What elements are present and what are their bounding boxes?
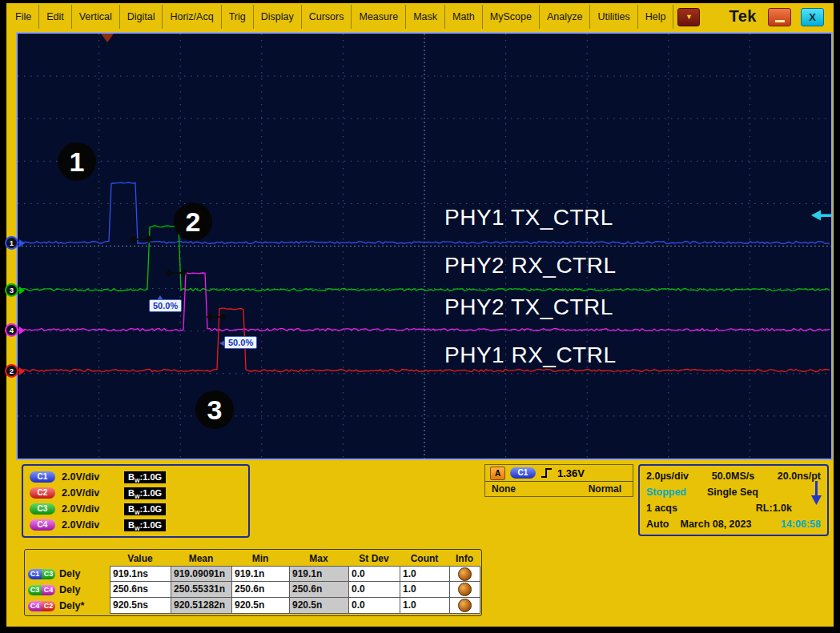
menubar: File Edit Vertical Digital Horiz/Acq Tri… xyxy=(8,5,832,29)
menu-item-help[interactable]: Help xyxy=(638,5,674,29)
vdiv-label-c4: 2.0V/div xyxy=(62,519,111,531)
chevron-down-icon: ▼ xyxy=(685,13,693,21)
meas-count-cell: 1.0 xyxy=(400,582,450,598)
table-row: C4 C2 Dely* 920.5ns 920.51282n 920.5n 92… xyxy=(26,598,481,614)
step-marker-2: 2 xyxy=(174,202,212,241)
menu-item-display[interactable]: Display xyxy=(254,5,302,29)
meas-info-cell xyxy=(450,566,480,582)
menu-overflow-button[interactable]: ▼ xyxy=(677,8,700,26)
trigger-a-badge: A xyxy=(490,467,505,480)
acquisition-panel[interactable]: 2.0µs/div 50.0MS/s 20.0ns/pt Stopped Sin… xyxy=(638,464,829,536)
channel-row-c4[interactable]: C4 2.0V/div BW:1.0G xyxy=(30,517,242,533)
auto-label: Auto xyxy=(646,519,669,530)
channel-arrow-icon xyxy=(19,327,25,335)
menu-item-trig[interactable]: Trig xyxy=(222,5,254,29)
meas-source-badge-c3[interactable]: C3 xyxy=(28,585,42,595)
cursor-callout-1-label: 50.0% xyxy=(153,301,178,310)
trigger-level-tail xyxy=(820,214,831,218)
channel-arrow-icon xyxy=(19,239,25,247)
channel-marker-ch2[interactable]: 2 xyxy=(5,364,25,378)
meas-mean-cell: 250.55331n xyxy=(171,582,232,598)
timebase-label: 2.0µs/div xyxy=(646,471,689,482)
meas-header-max: Max xyxy=(289,553,348,564)
meas-mean-cell: 920.51282n xyxy=(171,598,232,614)
close-button[interactable]: X xyxy=(801,8,824,26)
channel-arrow-icon xyxy=(19,367,25,375)
channel-marker-ch4[interactable]: 4 xyxy=(5,323,25,337)
meas-count-cell: 1.0 xyxy=(400,566,450,582)
channel-badge-c3[interactable]: C3 xyxy=(30,503,55,515)
menu-item-digital[interactable]: Digital xyxy=(120,5,163,29)
trigger-level-icon[interactable] xyxy=(811,210,821,221)
channel-badge-c4[interactable]: C4 xyxy=(30,519,55,531)
graticule xyxy=(18,34,831,459)
menu-item-mask[interactable]: Mask xyxy=(406,5,445,29)
menu-item-myscope[interactable]: MyScope xyxy=(483,5,540,29)
meas-count-cell: 1.0 xyxy=(400,598,450,614)
meas-source-badge-c1[interactable]: C1 xyxy=(28,569,42,579)
vdiv-label-c3: 2.0V/div xyxy=(62,503,111,515)
menu-item-cursors[interactable]: Cursors xyxy=(302,5,352,29)
acq-status-label: Stopped xyxy=(646,487,686,498)
channel-marker-ch2-number: 2 xyxy=(5,364,18,378)
meas-min-cell: 920.5n xyxy=(232,598,290,614)
trigger-mode-label: Normal xyxy=(589,483,621,495)
info-icon[interactable] xyxy=(458,567,472,581)
channel-row-c2[interactable]: C2 2.0V/div BW:1.0G xyxy=(30,485,242,501)
meas-stdev-cell: 0.0 xyxy=(349,566,400,582)
meas-info-cell xyxy=(450,582,480,598)
channel-badge-c1[interactable]: C1 xyxy=(30,471,55,483)
trigger-source-badge[interactable]: C1 xyxy=(510,467,536,479)
horizontal-readout-row: 2.0µs/div 50.0MS/s 20.0ns/pt xyxy=(646,468,821,484)
channel-marker-ch3-number: 3 xyxy=(5,283,18,297)
step-marker-3: 3 xyxy=(195,391,234,429)
minimize-button[interactable] xyxy=(768,8,791,26)
meas-source-badge-c4[interactable]: C4 xyxy=(42,585,55,595)
meas-row-label: C3 C4 Dely xyxy=(26,582,110,598)
menu-item-vertical[interactable]: Vertical xyxy=(72,5,120,29)
meas-row-label: C4 C2 Dely* xyxy=(26,598,110,614)
menu-item-edit[interactable]: Edit xyxy=(39,5,72,29)
channel-marker-ch4-number: 4 xyxy=(5,323,18,337)
acq-clock-row: Auto March 08, 2023 14:06:58 xyxy=(646,516,821,532)
trace-label-phy2-rx: PHY2 RX_CTRL xyxy=(444,253,617,278)
meas-value-cell: 920.5ns xyxy=(111,598,171,614)
channel-badge-c2[interactable]: C2 xyxy=(30,487,55,499)
meas-mean-cell: 919.09091n xyxy=(171,566,232,582)
meas-min-cell: 250.6n xyxy=(232,582,290,598)
meas-header-count: Count xyxy=(400,553,449,564)
meas-value-cell: 250.6ns xyxy=(111,582,171,598)
menu-item-file[interactable]: File xyxy=(8,5,39,29)
bandwidth-badge-c3: BW:1.0G xyxy=(124,503,166,515)
bandwidth-badge-c2: BW:1.0G xyxy=(124,487,166,499)
menu-item-analyze[interactable]: Analyze xyxy=(540,5,590,29)
meas-stdev-cell: 0.0 xyxy=(349,582,400,598)
meas-header-min: Min xyxy=(231,553,289,564)
channel-row-c3[interactable]: C3 2.0V/div BW:1.0G xyxy=(30,501,242,517)
meas-source-badge-c4[interactable]: C4 xyxy=(28,601,42,611)
acq-status-row: Stopped Single Seq xyxy=(646,484,821,500)
waveform-display[interactable]: PHY1 TX_CTRL PHY2 RX_CTRL PHY2 TX_CTRL P… xyxy=(16,32,833,460)
channel-readout-panel: C1 2.0V/div BW:1.0G C2 2.0V/div BW:1.0G … xyxy=(22,464,250,538)
tek-logo: Tek xyxy=(729,7,757,26)
meas-row-label: C1 C3 Dely xyxy=(26,566,110,582)
info-icon[interactable] xyxy=(458,583,472,596)
info-icon[interactable] xyxy=(458,599,472,612)
bandwidth-badge-c1: BW:1.0G xyxy=(124,471,166,483)
menu-item-utilities[interactable]: Utilities xyxy=(590,5,637,29)
meas-source-badge-c3[interactable]: C3 xyxy=(42,569,55,579)
channel-row-c1[interactable]: C1 2.0V/div BW:1.0G xyxy=(30,469,242,485)
channel-marker-ch3[interactable]: 3 xyxy=(5,283,25,297)
trigger-readout-panel[interactable]: A C1 1.36V None Normal xyxy=(484,464,633,497)
sample-rate-label: 50.0MS/s xyxy=(712,471,755,482)
resolution-label: 20.0ns/pt xyxy=(778,471,821,482)
meas-source-badge-c2[interactable]: C2 xyxy=(42,601,55,611)
menu-item-math[interactable]: Math xyxy=(445,5,483,29)
menu-item-horiz-acq[interactable]: Horiz/Acq xyxy=(163,5,221,29)
menu-item-measure[interactable]: Measure xyxy=(352,5,406,29)
clock-label: 14:06:58 xyxy=(781,519,821,530)
table-row: C3 C4 Dely 250.6ns 250.55331n 250.6n 250… xyxy=(26,582,481,598)
trigger-position-icon[interactable] xyxy=(101,34,114,42)
channel-marker-ch1[interactable]: 1 xyxy=(5,236,25,250)
trace-label-phy2-tx: PHY2 TX_CTRL xyxy=(444,294,613,320)
